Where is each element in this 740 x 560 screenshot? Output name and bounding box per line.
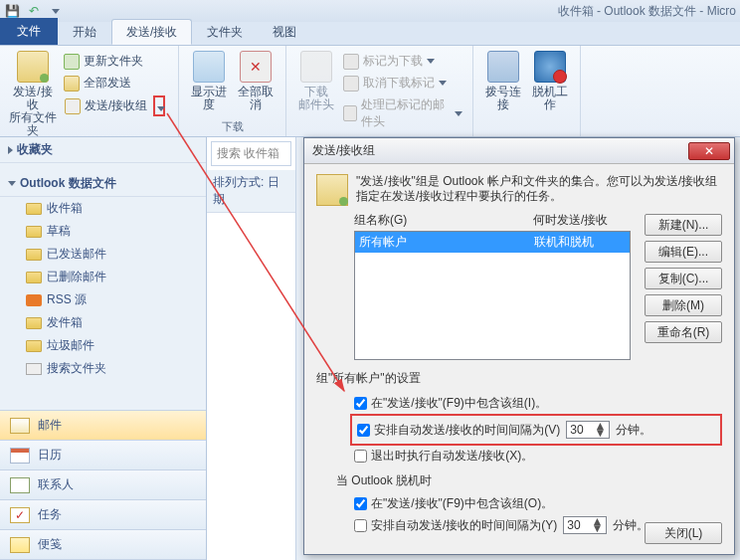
unmark-download-button: 取消下载标记 xyxy=(339,73,466,93)
work-offline-button[interactable]: 脱机工作 xyxy=(527,49,575,113)
mark-icon xyxy=(343,54,359,70)
mail-icon xyxy=(10,418,30,434)
auto-interval-offline-checkbox[interactable] xyxy=(354,519,367,532)
send-receive-groups-button[interactable]: 发送/接收组 xyxy=(60,94,166,117)
save-icon[interactable]: 💾 xyxy=(4,3,20,19)
show-progress-button[interactable]: 显示进度 xyxy=(185,49,233,113)
folder-rss[interactable]: RSS 源 xyxy=(0,288,206,311)
include-f9-checkbox[interactable] xyxy=(354,397,367,410)
include-f9-offline-checkbox[interactable] xyxy=(354,497,367,510)
folder-search[interactable]: 搜索文件夹 xyxy=(0,357,206,380)
edit-button[interactable]: 编辑(E)... xyxy=(645,241,722,263)
send-all-icon xyxy=(64,76,80,92)
navigation-pane: 收藏夹 Outlook 数据文件 收件箱 草稿 已发送邮件 已删除邮件 RSS … xyxy=(0,137,207,560)
send-receive-icon xyxy=(17,51,49,83)
auto-interval-checkbox[interactable] xyxy=(357,424,370,437)
sort-header[interactable]: 排列方式: 日期 xyxy=(207,170,295,213)
tasks-icon xyxy=(10,507,30,523)
notes-icon xyxy=(10,537,30,553)
cancel-icon xyxy=(240,51,272,83)
folder-icon xyxy=(26,317,42,329)
include-f9-checkbox-row: 在"发送/接收"(F9)中包含该组(I)。 xyxy=(316,393,722,414)
dial-connect-button[interactable]: 拨号连接 xyxy=(479,49,527,113)
copy-button[interactable]: 复制(C)... xyxy=(645,268,722,289)
tab-folder[interactable]: 文件夹 xyxy=(192,19,258,45)
folder-icon xyxy=(26,340,42,352)
favorites-header[interactable]: 收藏夹 xyxy=(0,137,206,163)
globe-offline-icon xyxy=(534,51,566,83)
column-when: 何时发送/接收 xyxy=(533,212,608,229)
search-folder-icon xyxy=(26,363,42,375)
column-group-name: 组名称(G) xyxy=(354,212,533,229)
rss-icon xyxy=(26,294,42,306)
folder-sent[interactable]: 已发送邮件 xyxy=(0,243,206,266)
tab-view[interactable]: 视图 xyxy=(258,19,311,45)
qat-dropdown-icon[interactable] xyxy=(48,3,64,19)
new-button[interactable]: 新建(N)... xyxy=(645,214,722,236)
download-headers-button: 下载 邮件头 xyxy=(292,49,339,113)
rename-button[interactable]: 重命名(R) xyxy=(645,321,722,343)
highlight-box: 安排自动发送/接收的时间间隔为(V) 30 ▲▼ 分钟。 xyxy=(350,414,722,446)
undo-icon[interactable]: ↶ xyxy=(26,3,42,19)
interval-spinner[interactable]: 30 ▲▼ xyxy=(566,421,610,439)
folder-icon xyxy=(26,226,42,238)
send-all-button[interactable]: 全部发送 xyxy=(60,73,166,93)
group-settings-label: 组"所有帐户"的设置 xyxy=(316,370,722,387)
dialog-description: "发送/接收"组是 Outlook 帐户和文件夹的集合。您可以为发送/接收组指定… xyxy=(356,174,722,204)
dialog-close-button[interactable]: ✕ xyxy=(688,142,730,160)
mark-download-button: 标记为下载 xyxy=(339,51,466,72)
datafile-header[interactable]: Outlook 数据文件 xyxy=(0,171,206,197)
refresh-icon xyxy=(64,54,80,70)
process-icon xyxy=(343,105,357,121)
on-exit-checkbox[interactable] xyxy=(354,450,367,463)
list-row-all-accounts[interactable]: 所有帐户 联机和脱机 xyxy=(355,232,630,253)
interval-offline-spinner[interactable]: 30 ▲▼ xyxy=(563,516,607,534)
nav-contacts[interactable]: 联系人 xyxy=(0,470,206,500)
dialog-title: 发送/接收组 xyxy=(312,142,688,159)
folder-drafts[interactable]: 草稿 xyxy=(0,220,206,243)
nav-module-buttons: 邮件 日历 联系人 任务 便笺 xyxy=(0,410,206,560)
send-receive-all-button[interactable]: 发送/接收 所有文件夹 xyxy=(6,49,60,139)
dropdown-arrow-icon[interactable] xyxy=(153,95,165,116)
dial-icon xyxy=(487,51,519,83)
unmark-icon xyxy=(343,76,359,92)
nav-tasks[interactable]: 任务 xyxy=(0,500,206,530)
ribbon-tabs: 文件 开始 发送/接收 文件夹 视图 xyxy=(0,22,740,46)
folder-deleted[interactable]: 已删除邮件 xyxy=(0,266,206,288)
quick-access-toolbar: 💾 ↶ xyxy=(4,3,64,19)
folder-icon xyxy=(26,203,42,215)
nav-mail[interactable]: 邮件 xyxy=(0,411,206,441)
folder-outbox[interactable]: 发件箱 xyxy=(0,311,206,334)
group-icon xyxy=(65,98,81,114)
on-exit-checkbox-row: 退出时执行自动发送/接收(X)。 xyxy=(316,446,722,467)
nav-notes[interactable]: 便笺 xyxy=(0,530,206,560)
nav-calendar[interactable]: 日历 xyxy=(0,441,206,470)
tab-send-receive[interactable]: 发送/接收 xyxy=(111,19,192,45)
dialog-icon xyxy=(316,174,348,206)
dialog-title-bar: 发送/接收组 ✕ xyxy=(304,138,734,164)
folder-inbox[interactable]: 收件箱 xyxy=(0,197,206,220)
group-label-download: 下载 xyxy=(185,117,279,136)
tab-file[interactable]: 文件 xyxy=(0,18,58,45)
include-f9-offline-row: 在"发送/接收"(F9)中包含该组(O)。 xyxy=(316,493,722,514)
download-icon xyxy=(300,51,332,83)
process-marked-button: 处理已标记的邮件头 xyxy=(339,94,466,132)
message-list-pane: 搜索 收件箱 排列方式: 日期 xyxy=(207,137,296,560)
close-button[interactable]: 关闭(L) xyxy=(645,522,722,544)
remove-button[interactable]: 删除(M) xyxy=(645,294,722,316)
auto-interval-row: 安排自动发送/接收的时间间隔为(V) 30 ▲▼ 分钟。 xyxy=(355,419,717,441)
folder-icon xyxy=(26,249,42,261)
folder-icon xyxy=(26,272,42,283)
ribbon: 发送/接收 所有文件夹 更新文件夹 全部发送 发送/接收组 发送和接收 显示进度 xyxy=(0,46,740,137)
progress-icon xyxy=(193,51,225,83)
folder-junk[interactable]: 垃圾邮件 xyxy=(0,334,206,357)
folder-tree: 收件箱 草稿 已发送邮件 已删除邮件 RSS 源 发件箱 垃圾邮件 搜索文件夹 xyxy=(0,197,206,410)
groups-listbox[interactable]: 所有帐户 联机和脱机 xyxy=(354,231,631,360)
update-folder-button[interactable]: 更新文件夹 xyxy=(60,51,166,72)
cancel-all-button[interactable]: 全部取消 xyxy=(233,49,280,113)
offline-label: 当 Outlook 脱机时 xyxy=(336,472,722,489)
search-input[interactable]: 搜索 收件箱 xyxy=(211,141,291,166)
contacts-icon xyxy=(10,477,30,493)
window-title: 收件箱 - Outlook 数据文件 - Micro xyxy=(558,3,736,20)
tab-home[interactable]: 开始 xyxy=(58,19,111,45)
